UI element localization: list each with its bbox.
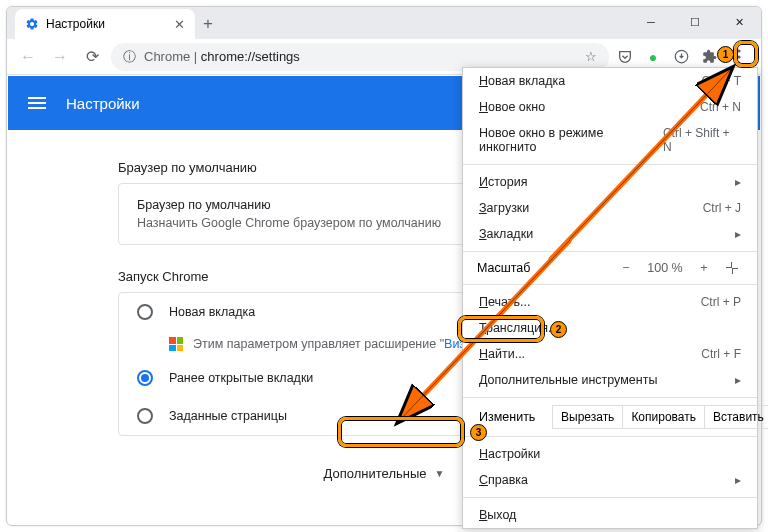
zoom-in-button[interactable]: +: [693, 261, 715, 275]
menu-cut[interactable]: Вырезать: [552, 405, 623, 429]
annotation-badge: 1: [717, 46, 734, 63]
forward-button[interactable]: →: [47, 44, 73, 70]
svg-point-3: [737, 61, 740, 64]
radio-icon: [137, 408, 153, 424]
tab-title: Настройки: [46, 17, 105, 31]
zoom-value: 100 %: [643, 261, 687, 275]
radio-icon: [137, 370, 153, 386]
svg-point-2: [737, 55, 740, 58]
menu-print[interactable]: Печать...Ctrl + P: [463, 289, 757, 315]
radio-icon: [137, 304, 153, 320]
reload-button[interactable]: ⟳: [79, 44, 105, 70]
close-window-button[interactable]: ✕: [717, 7, 761, 37]
menu-edit-row: Изменить Вырезать Копировать Вставить: [463, 402, 757, 432]
menu-bookmarks[interactable]: Закладки▸: [463, 221, 757, 247]
hamburger-icon[interactable]: [28, 94, 46, 112]
advanced-button[interactable]: Дополнительные ▼: [310, 458, 459, 489]
extensions-icon[interactable]: [699, 47, 719, 67]
menu-exit[interactable]: Выход: [463, 502, 757, 528]
menu-paste[interactable]: Вставить: [704, 405, 768, 429]
svg-point-1: [737, 49, 740, 52]
site-info-icon[interactable]: ⓘ: [123, 48, 136, 66]
zoom-out-button[interactable]: −: [615, 261, 637, 275]
settings-title: Настройки: [66, 95, 140, 112]
maximize-button[interactable]: ☐: [673, 7, 717, 37]
windows-logo-icon: [169, 337, 183, 351]
chrome-menu: Новая вкладкаCtrl + T Новое окноCtrl + N…: [462, 67, 758, 529]
menu-incognito[interactable]: Новое окно в режиме инкогнитоCtrl + Shif…: [463, 120, 757, 160]
star-icon[interactable]: ☆: [585, 49, 597, 64]
browser-tab[interactable]: Настройки ✕: [15, 9, 195, 39]
menu-new-window[interactable]: Новое окноCtrl + N: [463, 94, 757, 120]
menu-cast[interactable]: Трансляция...: [463, 315, 757, 341]
evernote-icon[interactable]: ●: [643, 47, 663, 67]
menu-settings[interactable]: Настройки: [463, 441, 757, 467]
menu-history[interactable]: История▸: [463, 169, 757, 195]
menu-downloads[interactable]: ЗагрузкиCtrl + J: [463, 195, 757, 221]
pocket-icon[interactable]: [615, 47, 635, 67]
menu-find[interactable]: Найти...Ctrl + F: [463, 341, 757, 367]
annotation-badge: 3: [470, 424, 487, 441]
back-button[interactable]: ←: [15, 44, 41, 70]
download-icon[interactable]: [671, 47, 691, 67]
menu-more-tools[interactable]: Дополнительные инструменты▸: [463, 367, 757, 393]
menu-new-tab[interactable]: Новая вкладкаCtrl + T: [463, 68, 757, 94]
annotation-badge: 2: [550, 321, 567, 338]
menu-zoom: Масштаб − 100 % +: [463, 256, 757, 280]
menu-copy[interactable]: Копировать: [622, 405, 705, 429]
gear-icon: [25, 17, 39, 31]
minimize-button[interactable]: ─: [629, 7, 673, 37]
menu-help[interactable]: Справка▸: [463, 467, 757, 493]
new-tab-button[interactable]: +: [195, 11, 221, 37]
chevron-down-icon: ▼: [435, 468, 445, 479]
close-icon[interactable]: ✕: [174, 17, 185, 32]
titlebar: Настройки ✕ + ─ ☐ ✕: [7, 7, 761, 39]
